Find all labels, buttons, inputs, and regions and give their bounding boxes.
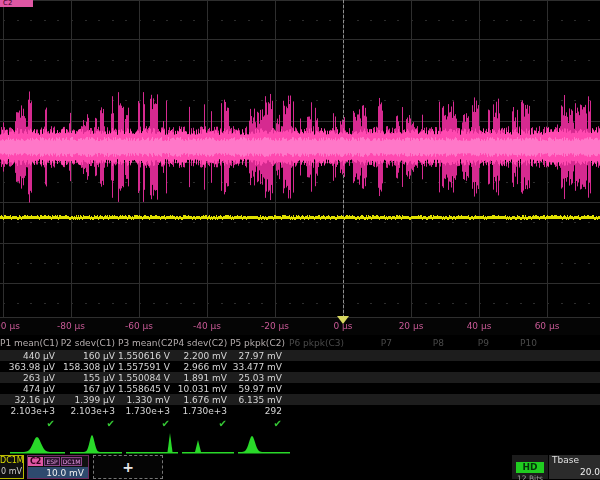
measurement-table: P1 mean(C1)P2 sdev(C1)P3 mean(C2)P4 sdev… xyxy=(0,336,600,430)
c1-coupling: DC1M xyxy=(0,456,23,466)
measurement-cell: ✔ xyxy=(230,418,285,429)
c2-scale: 10.0 mV xyxy=(28,467,88,479)
measurement-cell: ✔ xyxy=(173,418,230,429)
timebase-descriptor[interactable]: Tbase 20.0 µs/div xyxy=(549,455,600,479)
measurement-status-row: ✔✔✔✔✔ xyxy=(0,416,600,430)
measurement-cell: 32.16 µV xyxy=(0,395,58,405)
measurement-header[interactable]: P3 mean(C2) xyxy=(118,338,173,348)
measurement-cell: 1.558645 V xyxy=(118,384,173,394)
hd-badge: HD xyxy=(516,462,543,473)
c2-coupling-chip: DC1M xyxy=(61,457,83,466)
measurement-header[interactable]: P9 xyxy=(447,338,492,348)
c2-esp-chip: ESP xyxy=(44,457,59,466)
measurement-cell: 2.103e+3 xyxy=(58,406,118,416)
measurement-header[interactable]: P8 xyxy=(395,338,447,348)
time-axis-label: 0 µs xyxy=(333,321,352,331)
measurement-cell: 2.966 mV xyxy=(173,362,230,372)
measurement-cell: 155 µV xyxy=(58,373,118,383)
measurement-cell: 1.730e+3 xyxy=(173,406,230,416)
measurement-cell: 25.03 mV xyxy=(230,373,285,383)
channel-c1-descriptor[interactable]: DC1M 0 mV xyxy=(0,455,24,479)
measurement-header[interactable]: P2 sdev(C1) xyxy=(58,338,118,348)
timebase-label: Tbase xyxy=(549,455,600,466)
bottom-bar: DC1M 0 mV C2 ESP DC1M 10.0 mV + HD 12 Bi… xyxy=(0,455,600,480)
measurement-header[interactable]: P4 sdev(C2) xyxy=(173,338,230,348)
measurement-cell: 59.97 mV xyxy=(230,384,285,394)
time-axis: -100 µs-80 µs-60 µs-40 µs-20 µs0 µs20 µs… xyxy=(0,318,600,335)
measurement-cell: 33.477 mV xyxy=(230,362,285,372)
measurement-cell: 1.330 mV xyxy=(118,395,173,405)
measurement-header[interactable]: P5 pkpk(C2) xyxy=(230,338,285,348)
oscilloscope-screen: C2 -100 µs-80 µs-60 µs-40 µs-20 µs0 µs20… xyxy=(0,0,600,480)
measurement-row: 32.16 µV1.399 µV1.330 mV1.676 mV6.135 mV xyxy=(0,394,600,405)
measurement-row: 474 µV167 µV1.558645 V10.031 mV59.97 mV xyxy=(0,383,600,394)
measurement-cell: 1.676 mV xyxy=(173,395,230,405)
time-axis-label: -20 µs xyxy=(261,321,289,331)
measurement-cell: 160 µV xyxy=(58,351,118,361)
time-axis-label: 60 µs xyxy=(535,321,560,331)
measurement-header[interactable]: P6 pkpk(C3) xyxy=(285,338,347,348)
measurement-row: 363.98 µV158.308 µV1.557591 V2.966 mV33.… xyxy=(0,361,600,372)
measurement-cell: 1.891 mV xyxy=(173,373,230,383)
measurement-cell: 474 µV xyxy=(0,384,58,394)
timebase-scale: 20.0 µs/div xyxy=(549,466,600,478)
c1-scale: 0 mV xyxy=(0,466,23,478)
measurement-cell: 1.557591 V xyxy=(118,362,173,372)
time-axis-label: -40 µs xyxy=(193,321,221,331)
measurement-header[interactable]: P1 mean(C1) xyxy=(0,338,58,348)
time-axis-label: -80 µs xyxy=(57,321,85,331)
measurement-row: 440 µV160 µV1.550616 V2.200 mV27.97 mV xyxy=(0,350,600,361)
add-trace-button[interactable]: + xyxy=(93,455,163,479)
c2-channel-badge: C2 xyxy=(28,457,43,466)
time-axis-label: 40 µs xyxy=(467,321,492,331)
time-axis-label: -60 µs xyxy=(125,321,153,331)
measurement-cell: 1.399 µV xyxy=(58,395,118,405)
measurement-row: 263 µV155 µV1.550084 V1.891 mV25.03 mV xyxy=(0,372,600,383)
measurement-cell: 6.135 mV xyxy=(230,395,285,405)
measurement-cell: 292 xyxy=(230,406,285,416)
time-axis-label: -100 µs xyxy=(0,321,20,331)
measurement-cell: 440 µV xyxy=(0,351,58,361)
measurement-header[interactable]: P10 xyxy=(492,338,540,348)
measurement-cell: 27.97 mV xyxy=(230,351,285,361)
measurement-cell: 363.98 µV xyxy=(0,362,58,372)
channel-c2-descriptor[interactable]: C2 ESP DC1M 10.0 mV xyxy=(27,455,89,479)
measurement-cell: ✔ xyxy=(58,418,118,429)
waveform-grid[interactable] xyxy=(0,0,600,318)
measurement-cell: ✔ xyxy=(118,418,173,429)
measurement-header[interactable]: P7 xyxy=(347,338,395,348)
measurement-cell: 1.550084 V xyxy=(118,373,173,383)
measurement-cell: 10.031 mV xyxy=(173,384,230,394)
hd-bits-label: 12 Bits xyxy=(512,474,548,480)
measurement-cell: 2.103e+3 xyxy=(0,406,58,416)
measurement-cell: 263 µV xyxy=(0,373,58,383)
measurement-cell: 1.730e+3 xyxy=(118,406,173,416)
measurement-header-row: P1 mean(C1)P2 sdev(C1)P3 mean(C2)P4 sdev… xyxy=(0,336,600,350)
measurement-cell: 158.308 µV xyxy=(58,362,118,372)
time-axis-label: 20 µs xyxy=(399,321,424,331)
hd-mode-panel[interactable]: HD 12 Bits xyxy=(512,455,548,479)
measurement-cell: 2.200 mV xyxy=(173,351,230,361)
measurement-row: 2.103e+32.103e+31.730e+31.730e+3292 xyxy=(0,405,600,416)
clipped-trace-tab[interactable]: C2 xyxy=(0,0,33,7)
measurement-cell: 1.550616 V xyxy=(118,351,173,361)
measurement-histicons[interactable] xyxy=(0,429,600,455)
measurement-cell: ✔ xyxy=(0,418,58,429)
measurement-cell: 167 µV xyxy=(58,384,118,394)
